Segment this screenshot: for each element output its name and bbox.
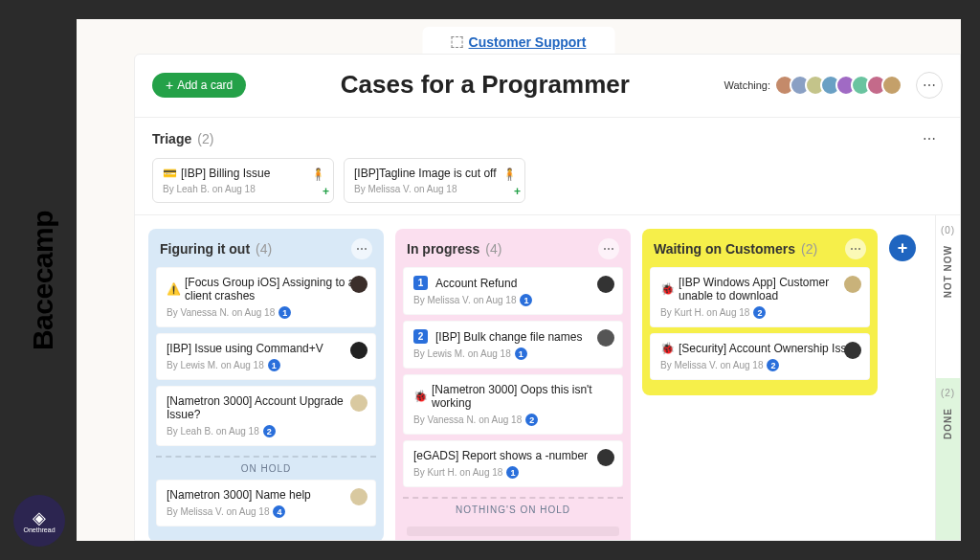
- card[interactable]: [Nametron 3000] Name help By Melissa V. …: [156, 480, 376, 526]
- card-avatar: [844, 342, 861, 359]
- card[interactable]: ⚠️[Focus Group iOS] Assigning to a clien…: [156, 267, 376, 327]
- triage-card[interactable]: 💳 [IBP] Billing Issue By Leah B. on Aug …: [152, 158, 334, 203]
- card-avatar: [350, 276, 368, 293]
- triage-more-button[interactable]: ⋯: [916, 125, 943, 152]
- column-more-button[interactable]: ⋯: [351, 238, 372, 259]
- card[interactable]: 🐞[IBP Windows App] Customer unable to do…: [650, 267, 870, 327]
- triage-title: Triage (2): [152, 131, 213, 146]
- add-card-label: Add a card: [177, 78, 233, 92]
- plus-icon: +: [166, 78, 173, 92]
- column-more-button[interactable]: ⋯: [598, 238, 619, 259]
- placeholder-cards: [403, 521, 623, 540]
- card-avatar: [350, 488, 368, 505]
- card-title-text: [IBP]Tagline Image is cut off: [354, 167, 497, 180]
- card-avatar: [350, 342, 368, 359]
- card-avatar: [597, 276, 614, 293]
- rail-done[interactable]: (2) DONE: [936, 378, 960, 541]
- watching-label: Watching:: [724, 79, 770, 91]
- app-stage: Customer Support + Add a card Cases for …: [77, 19, 961, 541]
- card-avatar: [844, 276, 861, 293]
- columns-area: Figuring it out (4) ⋯ ⚠️[Focus Group iOS…: [135, 215, 935, 540]
- add-assignee-icon[interactable]: +: [323, 185, 329, 198]
- breadcrumb-link[interactable]: Customer Support: [469, 34, 587, 50]
- side-app-label: Bacecamp: [27, 210, 59, 349]
- card[interactable]: 🐞[Security] Account Ownership Issue By M…: [650, 333, 870, 380]
- on-hold-divider: ON HOLD: [156, 456, 376, 474]
- rail-not-now[interactable]: (0) NOT NOW: [936, 215, 960, 378]
- nothing-on-hold-divider: NOTHING'S ON HOLD: [403, 497, 623, 515]
- column-more-button[interactable]: ⋯: [845, 238, 866, 259]
- side-rails: (0) NOT NOW (2) DONE: [935, 215, 960, 540]
- card[interactable]: 2[IBP] Bulk change file names By Lewis M…: [403, 321, 623, 369]
- crumb-icon: [452, 36, 463, 48]
- onethread-logo: ◈ Onethread: [13, 495, 65, 547]
- card-title-text: [IBP] Billing Issue: [181, 167, 270, 180]
- card[interactable]: [IBP] Issue using Command+V By Lewis M. …: [156, 333, 376, 380]
- add-assignee-icon[interactable]: +: [514, 185, 521, 198]
- assignee-icon: 🧍: [501, 167, 517, 182]
- card-meta: By Melissa V. on Aug 18: [354, 184, 515, 194]
- add-column-button[interactable]: +: [889, 235, 916, 261]
- cube-icon: ◈: [33, 509, 46, 526]
- card-icon: 💳: [163, 168, 177, 179]
- add-card-button[interactable]: + Add a card: [152, 73, 246, 98]
- card[interactable]: 1Account Refund By Melissa V. on Aug 181: [403, 267, 623, 315]
- card[interactable]: [Nametron 3000] Account Upgrade Issue? B…: [156, 386, 376, 446]
- watchers: Watching: ⋯: [724, 72, 943, 99]
- avatar-stack[interactable]: [780, 75, 902, 96]
- board-more-button[interactable]: ⋯: [916, 72, 943, 99]
- card[interactable]: 🐞[Nametron 3000] Oops this isn't working…: [403, 374, 623, 435]
- triage-section: Triage (2) ⋯ 💳 [IBP] Billing Issue By Le…: [135, 117, 960, 215]
- card-avatar: [597, 329, 614, 347]
- card-avatar: [350, 394, 368, 412]
- card-meta: By Leah B. on Aug 18: [163, 184, 323, 194]
- triage-card[interactable]: [IBP]Tagline Image is cut off By Melissa…: [344, 158, 525, 203]
- card[interactable]: [eGADS] Report shows a -number By Kurt H…: [403, 440, 623, 487]
- column-in-progress: In progress (4) ⋯ 1Account Refund By Mel…: [395, 229, 631, 540]
- board-header: + Add a card Cases for a Programmer Watc…: [135, 55, 960, 117]
- column-figuring-it-out: Figuring it out (4) ⋯ ⚠️[Focus Group iOS…: [148, 229, 384, 540]
- column-waiting-on-customers: Waiting on Customers (2) ⋯ 🐞[IBP Windows…: [642, 229, 878, 395]
- board: + Add a card Cases for a Programmer Watc…: [134, 54, 961, 541]
- board-title: Cases for a Programmer: [246, 70, 724, 100]
- assignee-icon: 🧍: [310, 167, 325, 182]
- card-avatar: [597, 449, 614, 466]
